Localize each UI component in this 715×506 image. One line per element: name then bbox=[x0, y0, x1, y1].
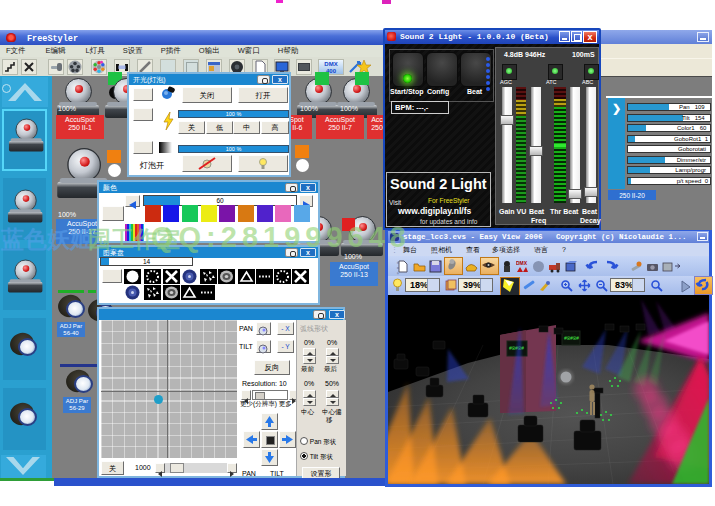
svg-text:#8#8#: #8#8# bbox=[509, 346, 524, 352]
svg-text:DMX: DMX bbox=[516, 260, 528, 266]
svg-text:#8#8#: #8#8# bbox=[564, 336, 579, 342]
